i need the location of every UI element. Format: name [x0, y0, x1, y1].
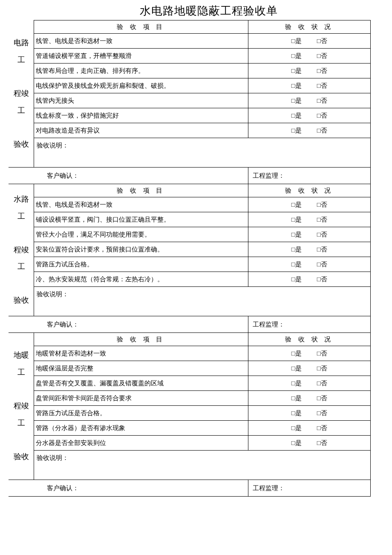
- table-row: 线管、电线是否和选材一致□是□否: [9, 197, 371, 212]
- item-text: 安装位置符合设计要求，预留接口位置准确。: [34, 242, 248, 257]
- item-text: 线管布局合理，走向正确、排列有序。: [34, 64, 248, 78]
- item-text: 盘管间距和管卡间距是否符合要求: [34, 391, 248, 406]
- yes-no-cell[interactable]: □是□否: [248, 242, 370, 257]
- table-row: 地暖管材是否和选材一致□是□否: [9, 346, 371, 361]
- table-row: 线管、电线是否和选材一致□是□否: [9, 34, 371, 49]
- yes-no-cell[interactable]: □是□否: [248, 436, 370, 451]
- yes-no-cell[interactable]: □是□否: [248, 197, 370, 212]
- item-text: 管路（分水器）是否有渗水现象: [34, 421, 248, 436]
- yes-no-cell[interactable]: □是□否: [248, 227, 370, 242]
- table-row: 盘管间距和管卡间距是否符合要求□是□否: [9, 391, 371, 406]
- yes-no-cell[interactable]: □是□否: [248, 406, 370, 421]
- table-row: 线盒标度一致，保护措施完好□是□否: [9, 108, 371, 123]
- page-title: 水电路地暖隐蔽工程验收单: [47, 0, 371, 20]
- acceptance-table: 电路工程竣工验收 验 收 项 目 验 收 状 况 线管、电线是否和选材一致□是□…: [9, 20, 371, 497]
- col-header-item: 验 收 项 目: [34, 333, 248, 346]
- table-row: 地暖保温层是否完整□是□否: [9, 361, 371, 376]
- supervisor-sign[interactable]: 工程监理：: [248, 316, 370, 333]
- section-label-electric: 电路工程竣工验收: [9, 20, 34, 168]
- col-header-status: 验 收 状 况: [248, 184, 370, 197]
- yes-no-cell[interactable]: □是□否: [248, 49, 370, 64]
- item-text: 铺设设横平竖直，阀门、接口位置正确且平整。: [34, 212, 248, 227]
- customer-sign[interactable]: 客户确认：: [9, 480, 248, 497]
- item-text: 电线保护管及接线盒外观无折扁和裂缝、破损。: [34, 78, 248, 93]
- supervisor-sign[interactable]: 工程监理：: [248, 480, 370, 497]
- supervisor-sign[interactable]: 工程监理：: [248, 168, 370, 184]
- section-label-water: 水路工程竣工验收: [9, 184, 34, 316]
- yes-no-cell[interactable]: □是□否: [248, 93, 370, 108]
- item-text: 管道铺设横平竖直，开槽平整顺滑: [34, 49, 248, 64]
- table-row: 分水器是否全部安装到位□是□否: [9, 436, 371, 451]
- yes-no-cell[interactable]: □是□否: [248, 421, 370, 436]
- item-text: 管径大小合理，满足不同功能使用需要。: [34, 227, 248, 242]
- item-text: 盘管是否有交叉覆盖、漏覆盖及错覆盖的区域: [34, 376, 248, 391]
- col-header-item: 验 收 项 目: [34, 20, 248, 34]
- item-text: 分水器是否全部安装到位: [34, 436, 248, 451]
- table-row: 管径大小合理，满足不同功能使用需要。□是□否: [9, 227, 371, 242]
- col-header-status: 验 收 状 况: [248, 20, 370, 34]
- item-text: 线盒标度一致，保护措施完好: [34, 108, 248, 123]
- customer-sign[interactable]: 客户确认：: [9, 316, 248, 333]
- table-row: 铺设设横平竖直，阀门、接口位置正确且平整。□是□否: [9, 212, 371, 227]
- item-text: 管路压力试压合格。: [34, 257, 248, 272]
- item-text: 线管内无接头: [34, 93, 248, 108]
- yes-no-cell[interactable]: □是□否: [248, 361, 370, 376]
- yes-no-cell[interactable]: □是□否: [248, 257, 370, 272]
- col-header-status: 验 收 状 况: [248, 333, 370, 346]
- table-row: 管路压力试压是否合格。□是□否: [9, 406, 371, 421]
- yes-no-cell[interactable]: □是□否: [248, 64, 370, 78]
- table-row: 安装位置符合设计要求，预留接口位置准确。□是□否: [9, 242, 371, 257]
- item-text: 地暖管材是否和选材一致: [34, 346, 248, 361]
- table-row: 管道铺设横平竖直，开槽平整顺滑□是□否: [9, 49, 371, 64]
- note-cell[interactable]: 验收说明：: [34, 287, 371, 316]
- yes-no-cell[interactable]: □是□否: [248, 123, 370, 138]
- item-text: 线管、电线是否和选材一致: [34, 34, 248, 49]
- yes-no-cell[interactable]: □是□否: [248, 376, 370, 391]
- item-text: 地暖保温层是否完整: [34, 361, 248, 376]
- yes-no-cell[interactable]: □是□否: [248, 78, 370, 93]
- table-row: 盘管是否有交叉覆盖、漏覆盖及错覆盖的区域□是□否: [9, 376, 371, 391]
- table-row: 对电路改造是否有异议□是□否: [9, 123, 371, 138]
- yes-no-cell[interactable]: □是□否: [248, 34, 370, 49]
- table-row: 线管内无接头□是□否: [9, 93, 371, 108]
- section-label-heating: 地暖工程竣工验收: [9, 333, 34, 480]
- yes-no-cell[interactable]: □是□否: [248, 272, 370, 287]
- table-row: 冷、热水安装规范（符合常规：左热右冷）。□是□否: [9, 272, 371, 287]
- customer-sign[interactable]: 客户确认：: [9, 168, 248, 184]
- col-header-item: 验 收 项 目: [34, 184, 248, 197]
- yes-no-cell[interactable]: □是□否: [248, 108, 370, 123]
- note-cell[interactable]: 验收说明：: [34, 138, 371, 168]
- item-text: 对电路改造是否有异议: [34, 123, 248, 138]
- table-row: 管路（分水器）是否有渗水现象□是□否: [9, 421, 371, 436]
- table-row: 管路压力试压合格。□是□否: [9, 257, 371, 272]
- table-row: 线管布局合理，走向正确、排列有序。□是□否: [9, 64, 371, 78]
- yes-no-cell[interactable]: □是□否: [248, 212, 370, 227]
- table-row: 电线保护管及接线盒外观无折扁和裂缝、破损。□是□否: [9, 78, 371, 93]
- item-text: 管路压力试压是否合格。: [34, 406, 248, 421]
- item-text: 线管、电线是否和选材一致: [34, 197, 248, 212]
- yes-no-cell[interactable]: □是□否: [248, 391, 370, 406]
- note-cell[interactable]: 验收说明：: [34, 451, 371, 480]
- item-text: 冷、热水安装规范（符合常规：左热右冷）。: [34, 272, 248, 287]
- yes-no-cell[interactable]: □是□否: [248, 346, 370, 361]
